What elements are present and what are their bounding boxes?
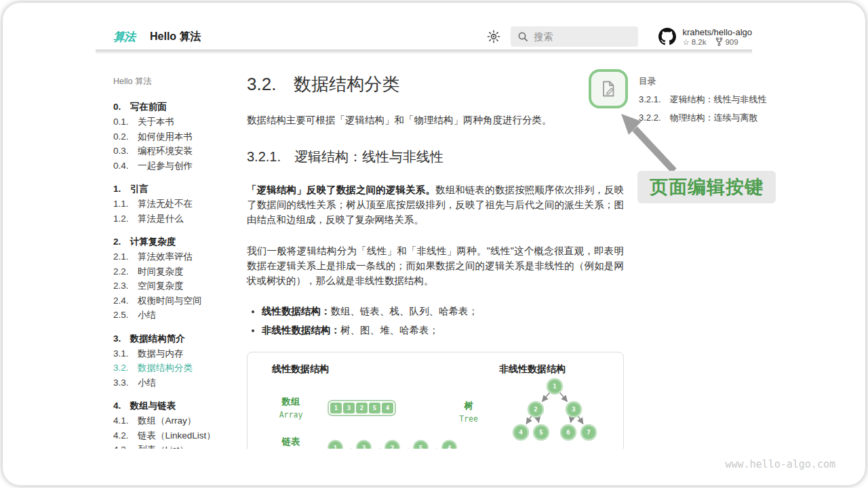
sidebar-group-header[interactable]: 3. 数据结构简介 xyxy=(113,331,239,346)
sidebar-item[interactable]: 2.4. 权衡时间与空间 xyxy=(113,293,239,308)
sidebar-item[interactable]: 0.1. 关于本书 xyxy=(113,115,239,129)
sidebar-item[interactable]: 4.1. 数组（Array） xyxy=(113,413,239,428)
figure-linear-header: 线性数据结构 xyxy=(272,363,435,375)
section-heading: 3.2.1. 逻辑结构：线性与非线性 xyxy=(247,148,624,166)
site-title[interactable]: Hello 算法 xyxy=(150,30,201,44)
star-icon: ☆ xyxy=(682,37,689,47)
bullet-item: 非线性数据结构：树、图、堆、哈希表； xyxy=(262,321,624,340)
toc-panel: 目录 3.2.1. 逻辑结构：线性与非线性3.2.2. 物理结构：连续与离散 xyxy=(639,76,768,124)
sun-icon xyxy=(487,30,500,43)
repo-text: krahets/hello-algo ☆ 8.2k xyxy=(682,27,752,47)
intro-paragraph: 数据结构主要可根据「逻辑结构」和「物理结构」两种角度进行分类。 xyxy=(247,113,624,127)
bullet-lead: 非线性数据结构： xyxy=(262,325,340,336)
screenshot-canvas: 算法 Hello 算法 xyxy=(0,0,868,488)
figure-nonlinear-column: 非线性数据结构 树 Tree 1234567 图 Graph xyxy=(435,363,616,449)
sidebar-nav: Hello 算法 0. 写在前面0.1. 关于本书0.2. 如何使用本书0.3.… xyxy=(113,76,239,449)
sidebar-nav-list: 0. 写在前面0.1. 关于本书0.2. 如何使用本书0.3. 编程环境安装0.… xyxy=(113,100,239,449)
logic-paragraph: 「逻辑结构」反映了数据之间的逻辑关系。数组和链表的数据按照顺序依次排列，反映了数… xyxy=(247,182,624,227)
github-icon xyxy=(658,28,676,45)
toc-item[interactable]: 3.2.1. 逻辑结构：线性与非线性 xyxy=(639,94,768,106)
theme-toggle-button[interactable] xyxy=(486,29,501,44)
sidebar-item[interactable]: 3.3. 小结 xyxy=(113,375,239,390)
tree-row: 树 Tree 1234567 xyxy=(435,377,616,446)
github-repo-link[interactable]: krahets/hello-algo ☆ 8.2k xyxy=(658,27,752,47)
site-logo[interactable]: 算法 xyxy=(113,29,135,45)
sidebar-item[interactable]: 3.2. 数据结构分类 xyxy=(113,361,239,375)
sidebar-item[interactable]: 0.2. 如何使用本书 xyxy=(113,129,239,144)
bullet-lead: 线性数据结构： xyxy=(262,306,331,317)
edit-page-icon xyxy=(599,79,617,98)
sidebar-item[interactable]: 0.3. 编程环境安装 xyxy=(113,144,239,159)
cell-value: 5 xyxy=(369,403,380,413)
tree-label-zh: 树 xyxy=(439,400,498,412)
tree-graphic: 1234567 xyxy=(498,377,612,446)
svg-text:2: 2 xyxy=(534,406,537,413)
search-input[interactable] xyxy=(534,31,631,42)
sidebar-item[interactable]: 4.3. 列表（List） xyxy=(113,443,239,449)
cell-value: 2 xyxy=(356,403,368,413)
toc-item[interactable]: 3.2.2. 物理结构：连续与离散 xyxy=(639,112,768,124)
repo-stats: ☆ 8.2k 909 xyxy=(682,37,752,47)
linked-list-row: 链表 Linked List 1→3→2→5→4 xyxy=(254,436,435,449)
list-node: 1 xyxy=(328,440,343,449)
sidebar-item[interactable]: 3.1. 数据与内存 xyxy=(113,346,239,361)
toc-title: 目录 xyxy=(639,76,768,87)
cell-value: 1 xyxy=(330,403,342,413)
array-graphic: 13254 xyxy=(328,400,396,416)
page-card: 算法 Hello 算法 xyxy=(3,3,865,485)
list-node: 5 xyxy=(413,440,429,449)
sidebar-item[interactable]: 2.2. 时间复杂度 xyxy=(113,264,239,279)
sidebar-item[interactable]: 2.3. 空间复杂度 xyxy=(113,279,239,293)
data-structure-figure: 线性数据结构 数组 Array 13254 链表 Linked List xyxy=(247,352,624,449)
sidebar-group-header[interactable]: 2. 计算复杂度 xyxy=(113,235,239,249)
svg-text:7: 7 xyxy=(587,429,590,436)
sidebar-site-label: Hello 算法 xyxy=(113,76,239,91)
svg-text:5: 5 xyxy=(539,429,542,436)
array-row: 数组 Array 13254 xyxy=(254,396,435,420)
annotation-label: 页面编辑按键 xyxy=(637,171,776,203)
cell-value: 3 xyxy=(343,403,355,413)
repo-name: krahets/hello-algo xyxy=(682,27,752,37)
search-icon xyxy=(517,31,528,42)
site-watermark: www.hello-algo.com xyxy=(725,458,835,470)
sidebar-item[interactable]: 2.1. 算法效率评估 xyxy=(113,249,239,264)
header-divider xyxy=(96,49,752,54)
page-content-clip: 算法 Hello 算法 xyxy=(3,3,865,449)
sidebar-item[interactable]: 0.4. 一起参与创作 xyxy=(113,159,239,174)
sidebar-item[interactable]: 1.1. 算法无处不在 xyxy=(113,197,239,211)
page-title: 3.2. 数据结构分类 xyxy=(247,73,624,96)
list-arrow-icon: → xyxy=(345,443,354,449)
linked-list-label: 链表 Linked List xyxy=(254,436,328,449)
list-arrow-icon: → xyxy=(374,443,382,449)
list-arrow-icon: → xyxy=(402,443,411,449)
svg-text:6: 6 xyxy=(566,429,570,436)
bullet-text: 树、图、堆、哈希表； xyxy=(340,325,439,336)
cell-value: 4 xyxy=(382,403,393,413)
figure-nonlinear-header: 非线性数据结构 xyxy=(499,363,616,375)
linked-list-label-zh: 链表 xyxy=(254,436,328,448)
sidebar-item[interactable]: 2.5. 小结 xyxy=(113,308,239,323)
bullet-list: 线性数据结构：数组、链表、栈、队列、哈希表；非线性数据结构：树、图、堆、哈希表； xyxy=(247,302,624,340)
site-header: 算法 Hello 算法 xyxy=(96,23,752,50)
fork-count: 909 xyxy=(725,37,738,47)
bullet-text: 数组、链表、栈、队列、哈希表； xyxy=(331,306,479,317)
star-count: 8.2k xyxy=(692,37,707,47)
sidebar-group-header[interactable]: 1. 引言 xyxy=(113,182,239,197)
bullet-item: 线性数据结构：数组、链表、栈、队列、哈希表； xyxy=(262,302,624,321)
search-box[interactable] xyxy=(511,26,638,47)
sidebar-item[interactable]: 4.2. 链表（LinkedList） xyxy=(113,428,239,443)
logic-paragraph-lead: 「逻辑结构」反映了数据之间的逻辑关系。 xyxy=(247,184,435,195)
sidebar-group-header[interactable]: 0. 写在前面 xyxy=(113,100,239,115)
figure-linear-column: 线性数据结构 数组 Array 13254 链表 Linked List xyxy=(254,363,435,449)
tree-label-en: Tree xyxy=(439,414,498,424)
main-content: 3.2. 数据结构分类 数据结构主要可根据「逻辑结构」和「物理结构」两种角度进行… xyxy=(247,73,624,449)
list-node: 2 xyxy=(384,440,400,449)
fork-icon xyxy=(715,37,723,46)
sidebar-item[interactable]: 1.2. 算法是什么 xyxy=(113,211,239,226)
header-right: krahets/hello-algo ☆ 8.2k xyxy=(486,26,752,47)
array-label: 数组 Array xyxy=(254,396,328,420)
linear-paragraph: 我们一般将逻辑结构分为「线性」和「非线性」两种。"线性"这个概念很直观，即表明数… xyxy=(247,243,624,288)
tree-label: 树 Tree xyxy=(439,400,498,424)
sidebar-group-header[interactable]: 4. 数组与链表 xyxy=(113,399,239,413)
page-edit-button[interactable] xyxy=(589,69,628,108)
